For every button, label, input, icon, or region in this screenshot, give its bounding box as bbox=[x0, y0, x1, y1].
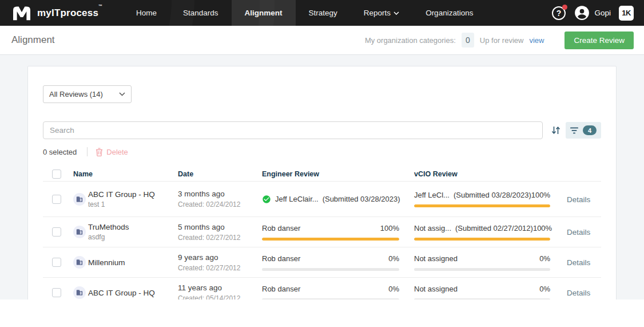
vcio-name: Not assigned bbox=[414, 254, 458, 263]
engineer-progress-bar bbox=[262, 268, 399, 271]
engineer-review-cell: Rob danser 100% bbox=[262, 224, 399, 241]
vcio-review-cell: Jeff LeCl... (Submitted 03/28/2023) 100% bbox=[414, 191, 550, 207]
notification-dot bbox=[562, 5, 567, 10]
review-name[interactable]: TruMethods bbox=[88, 223, 129, 231]
submitted-check-icon bbox=[262, 195, 271, 204]
vcio-percent: 100% bbox=[531, 191, 550, 199]
page-header: Alignment My organization categories: 0 … bbox=[0, 26, 644, 55]
trash-icon bbox=[96, 148, 103, 156]
engineer-percent: 0% bbox=[388, 285, 399, 293]
vcio-name: Not assig... bbox=[414, 224, 451, 233]
nav-item-home[interactable]: Home bbox=[123, 0, 170, 26]
reviews-filter-dropdown[interactable]: All Reviews (14) bbox=[43, 85, 132, 103]
table-row: TruMethods asdfg 5 months ago Created: 0… bbox=[43, 217, 601, 247]
organization-icon bbox=[73, 256, 86, 269]
nav-item-reports-label: Reports bbox=[364, 9, 391, 17]
search-toolbar: 4 bbox=[43, 121, 601, 139]
date-created: Created: 02/24/2012 bbox=[178, 200, 262, 208]
sort-icon bbox=[551, 125, 561, 135]
review-subtitle: test 1 bbox=[88, 200, 155, 208]
table-row: Millennium 9 years ago Created: 02/27/20… bbox=[43, 247, 601, 278]
create-review-button[interactable]: Create Review bbox=[565, 31, 634, 49]
nav-item-organizations[interactable]: Organizations bbox=[412, 0, 486, 26]
review-name[interactable]: Millennium bbox=[88, 258, 125, 267]
nav-item-strategy[interactable]: Strategy bbox=[296, 0, 351, 26]
page-title: Alignment bbox=[11, 34, 55, 46]
date-cell: 9 years ago Created: 02/27/2012 bbox=[178, 253, 262, 272]
row-checkbox[interactable] bbox=[52, 288, 61, 297]
help-button[interactable]: ? bbox=[551, 6, 566, 21]
vcio-submitted-date: (Submitted 03/28/2023) bbox=[454, 191, 531, 199]
organization-icon bbox=[73, 286, 86, 299]
name-cell: Millennium bbox=[73, 256, 178, 269]
brand-name: myITprocess™ bbox=[37, 7, 102, 19]
view-link[interactable]: view bbox=[529, 36, 544, 45]
vcio-review-cell: Not assig... (Submitted 02/27/2012) 100% bbox=[414, 224, 550, 241]
engineer-review-cell: Rob danser 0% bbox=[262, 254, 399, 271]
details-link[interactable]: Details bbox=[567, 228, 590, 237]
engineer-name: Jeff LeClair... bbox=[275, 195, 319, 203]
vcio-name: Not assigned bbox=[414, 285, 458, 293]
engineer-submitted-date: (Submitted 03/28/2023) bbox=[323, 195, 400, 203]
engineer-progress-bar bbox=[262, 298, 399, 300]
reviews-filter-value: All Reviews (14) bbox=[49, 90, 103, 99]
search-input[interactable] bbox=[43, 121, 543, 139]
reviews-card: All Reviews (14) bbox=[27, 66, 617, 300]
kaseya-app-badge[interactable]: 1K bbox=[619, 6, 634, 21]
vcio-name: Jeff LeCl... bbox=[414, 191, 450, 199]
date-relative: 11 years ago bbox=[178, 283, 262, 292]
user-menu[interactable]: Gopi bbox=[574, 5, 611, 21]
details-link[interactable]: Details bbox=[567, 289, 590, 297]
name-cell: ABC IT Group - HQ test 1 bbox=[73, 190, 178, 208]
date-relative: 5 months ago bbox=[178, 223, 262, 231]
vcio-review-cell: Not assigned 0% bbox=[414, 285, 550, 300]
sort-button[interactable] bbox=[551, 125, 561, 135]
review-subtitle: asdfg bbox=[88, 233, 129, 241]
column-header-engineer-review: Engineer Review bbox=[262, 170, 399, 178]
column-header-vcio-review: vCIO Review bbox=[414, 170, 550, 178]
nav-right-actions: ? Gopi 1K bbox=[551, 5, 644, 21]
select-all-checkbox[interactable] bbox=[52, 170, 61, 179]
filter-button[interactable]: 4 bbox=[566, 122, 601, 139]
date-created: Created: 02/27/2012 bbox=[178, 264, 262, 272]
filter-icon bbox=[570, 127, 579, 134]
trademark: ™ bbox=[98, 4, 102, 8]
engineer-percent: 100% bbox=[380, 224, 399, 233]
column-header-date: Date bbox=[178, 170, 262, 178]
engineer-review-cell: Jeff LeClair... (Submitted 03/28/2023) bbox=[262, 195, 399, 204]
myitprocess-m-icon bbox=[11, 5, 32, 22]
details-link[interactable]: Details bbox=[567, 195, 590, 204]
date-cell: 3 months ago Created: 02/24/2012 bbox=[178, 190, 262, 208]
review-name[interactable]: ABC IT Group - HQ bbox=[88, 190, 155, 199]
nav-item-standards[interactable]: Standards bbox=[170, 0, 232, 26]
table-header: Name Date Engineer Review vCIO Review bbox=[43, 167, 601, 182]
delete-button[interactable]: Delete bbox=[96, 148, 128, 156]
vcio-review-cell: Not assigned 0% bbox=[414, 254, 550, 271]
delete-label: Delete bbox=[106, 148, 128, 156]
selected-count: 0 selected bbox=[43, 148, 77, 156]
row-checkbox[interactable] bbox=[52, 227, 61, 237]
date-created: Created: 02/27/2012 bbox=[178, 234, 262, 242]
date-relative: 3 months ago bbox=[178, 190, 262, 198]
divider bbox=[87, 147, 88, 156]
name-cell: ABC IT Group - HQ bbox=[73, 286, 178, 299]
brand-logo[interactable]: myITprocess™ bbox=[0, 5, 123, 22]
vcio-progress-bar bbox=[414, 268, 550, 271]
content-area: All Reviews (14) bbox=[0, 55, 644, 300]
chevron-down-icon bbox=[119, 92, 125, 96]
engineer-name: Rob danser bbox=[262, 254, 300, 263]
details-link[interactable]: Details bbox=[567, 258, 590, 267]
row-checkbox[interactable] bbox=[52, 258, 61, 267]
top-navigation: myITprocess™ Home Standards Alignment St… bbox=[0, 0, 644, 26]
vcio-submitted-date: (Submitted 02/27/2012) bbox=[455, 224, 533, 233]
engineer-review-cell: Rob danser 0% bbox=[262, 285, 399, 300]
review-name[interactable]: ABC IT Group - HQ bbox=[88, 289, 155, 297]
nav-item-reports[interactable]: Reports bbox=[351, 0, 412, 26]
nav-menu: Home Standards Alignment Strategy Report… bbox=[123, 0, 486, 26]
row-checkbox[interactable] bbox=[52, 195, 61, 204]
avatar-icon bbox=[574, 5, 590, 21]
table-row: ABC IT Group - HQ test 1 3 months ago Cr… bbox=[43, 182, 601, 217]
nav-item-alignment[interactable]: Alignment bbox=[232, 0, 296, 26]
vcio-progress-bar bbox=[414, 298, 550, 300]
engineer-progress-bar bbox=[262, 238, 399, 241]
